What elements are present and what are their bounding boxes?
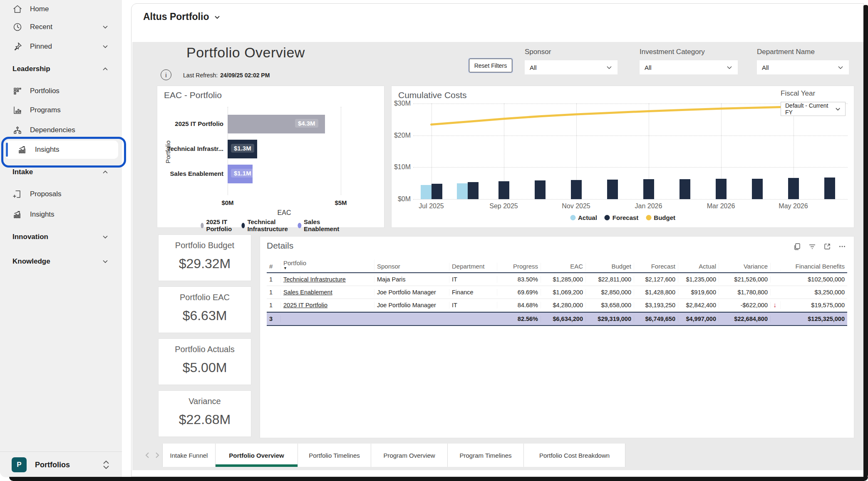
insights-icon [17,145,27,155]
sidebar-item-proposals[interactable]: Proposals [0,185,122,203]
kpi-card-variance: Variance$22.68M [158,390,251,437]
sidebar-item-insights[interactable]: Insights [0,205,122,224]
workspace-switcher[interactable]: P Portfolios [0,451,122,478]
column-header-sponsor[interactable]: Sponsor [374,263,449,271]
sidebar-section-innovation[interactable]: Innovation [0,228,122,246]
column-header-label: Actual [681,263,716,270]
copy-icon[interactable] [793,242,801,251]
legend-dot [605,215,610,220]
column-header-label: Variance [722,263,768,270]
legend-label: Forecast [613,214,639,221]
tab-scroll-right-icon[interactable] [154,451,160,459]
portfolio-link[interactable]: 2025 IT Portfolio [283,302,327,308]
cell-portfolio: Sales Enablement [281,289,374,296]
legend-dot [298,223,301,228]
sidebar-section-knowledge[interactable]: Knowledge [0,252,122,271]
column-header-progress[interactable]: Progress [497,263,541,271]
legend-item-sales-enablement[interactable]: Sales Enablement [298,218,341,232]
budget-line[interactable] [413,104,848,199]
portfolio-link[interactable]: Technical Infrastructure [283,276,346,283]
kpi-value: $22.68M [159,412,251,427]
reset-filters-button[interactable]: Reset Filters [469,59,512,72]
y-tick-label: $20M [392,132,411,139]
legend-item-technical-infrastructure[interactable]: Technical Infrastructure [242,218,290,232]
legend-dot [570,215,575,220]
column-header-financial-benefits[interactable]: Financial Benefits [781,263,847,271]
legend-item-actual[interactable]: Actual [570,214,597,221]
legend-label: Budget [654,214,675,221]
cell-department: Finance [449,289,497,296]
sidebar-section-intake[interactable]: Intake [0,163,122,181]
column-header-budget[interactable]: Budget [586,263,634,271]
more-options-icon[interactable] [838,242,846,251]
column-header-portfolio[interactable]: Portfolio▼ [281,259,374,271]
data-label: $1.3M [231,144,254,153]
column-header-label: Progress [500,263,538,270]
sidebar-item-portfolios[interactable]: Portfolios [0,82,122,100]
info-icon[interactable]: i [161,69,171,80]
sidebar-item-home[interactable]: Home [0,0,122,18]
sidebar-item-recent[interactable]: Recent [0,18,122,36]
tab-portfolio-timelines[interactable]: Portfolio Timelines [298,444,371,467]
sponsor-filter-value: All [530,64,537,71]
column-header-label: EAC [543,263,583,270]
sidebar-item-dependencies[interactable]: Dependencies [0,121,122,139]
department-name-filter-dropdown[interactable]: All [757,60,849,74]
tab-program-timelines[interactable]: Program Timelines [448,444,524,467]
portfolio-link[interactable]: Sales Enablement [283,289,332,296]
last-refresh: Last Refresh:24/09/25 02:02 PM [183,72,270,79]
sidebar-item-label: Recent [30,23,52,31]
filter-icon[interactable] [808,242,816,251]
sidebar-item-label: Portfolios [30,87,60,95]
investment-category-filter-label: Investment Category [640,48,705,56]
x-tick-label: May 2026 [779,202,808,210]
cell-department: IT [449,276,497,283]
cell-num: 1 [267,289,281,296]
column-header-label: Portfolio [283,259,372,266]
sponsor-filter-dropdown[interactable]: All [525,60,618,74]
chevron-down-icon [101,233,109,241]
column-header-variance[interactable]: Variance [719,263,771,271]
legend-dot [646,215,651,220]
investment-category-filter-dropdown[interactable]: All [640,60,738,74]
column-header-forecast[interactable]: Forecast [634,263,678,271]
sidebar-item-insights[interactable]: Insights [5,141,118,159]
kpi-value: $6.63M [159,308,251,323]
sidebar-item-pinned[interactable]: Pinned [0,37,122,56]
cell-actual: $919,600 [678,289,719,296]
cell-progress: 83.50% [497,276,541,283]
tab-intake-funnel[interactable]: Intake Funnel [162,444,216,467]
tab-scroll-left-icon[interactable] [144,451,150,459]
legend-item-forecast[interactable]: Forecast [605,214,639,221]
tab-portfolio-cost-breakdown[interactable]: Portfolio Cost Breakdown [524,444,625,467]
sidebar-section-leadership[interactable]: Leadership [0,60,122,78]
tab-portfolio-overview[interactable]: Portfolio Overview [216,444,298,467]
column-header-num[interactable]: # [267,263,281,271]
cumulative-chart: $0M$10M$20M$30MJul 2025Sep 2025Nov 2025J… [413,104,848,199]
sidebar-item-label: Home [30,5,49,13]
cell-arrow: ↓ [771,301,781,309]
window-border-bottom [9,477,868,481]
chevron-down-icon [101,257,109,266]
workspace-badge: P [12,457,27,472]
updown-chevron-icon [102,460,110,470]
legend-item-2025-it-portfolio[interactable]: 2025 IT Portfolio [201,218,234,232]
table-row: 12025 IT PortfolioJoe Portfolio ManagerI… [267,299,847,312]
column-header-label: Sponsor [377,263,446,270]
legend-item-budget[interactable]: Budget [646,214,675,221]
x-tick-label: Jan 2026 [635,202,662,210]
report-switcher[interactable]: Altus Portfolio [143,11,221,22]
tab-program-overview[interactable]: Program Overview [371,444,448,467]
sponsor-filter-label: Sponsor [525,48,551,56]
column-header-eac[interactable]: EAC [541,263,586,271]
kpi-value: $29.32M [159,256,251,271]
focus-mode-icon[interactable] [823,242,831,251]
column-header-department[interactable]: Department [449,263,497,271]
column-header-actual[interactable]: Actual [678,263,719,271]
kpi-card-portfolio-budget: Portfolio Budget$29.32M [158,234,251,281]
cell-forecast: $1,428,800 [634,289,678,296]
chevron-down-icon [606,64,613,71]
column-header-label: Department [452,263,494,270]
fiscal-year-dropdown[interactable]: Default - Current FY [781,102,846,116]
sidebar-item-programs[interactable]: Programs [0,101,122,119]
